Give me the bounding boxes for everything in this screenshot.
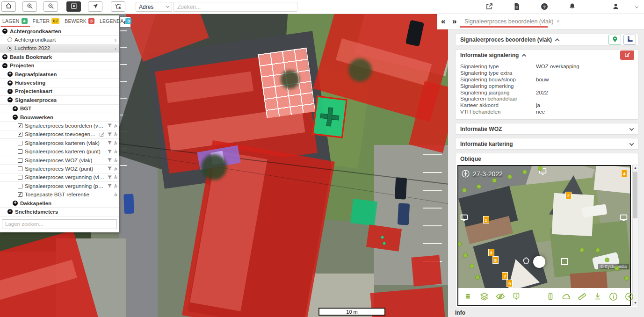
- panel-forward-button[interactable]: »: [452, 17, 456, 26]
- filter-icon[interactable]: [107, 175, 112, 180]
- label-tooltip-icon[interactable]: [512, 291, 521, 302]
- layer-edit-icon[interactable]: [99, 131, 105, 137]
- feature-overlay-red-shed[interactable]: [366, 224, 402, 251]
- polygon-select-button[interactable]: [111, 1, 125, 12]
- layer-item[interactable]: Signaleerproces karteren (vlak)i›: [0, 139, 119, 147]
- layer-item[interactable]: ✓Signaleerproces beoordelen (vlak)i›: [0, 122, 119, 130]
- oblique-numbered-marker[interactable]: 4: [621, 170, 627, 177]
- box-select-button[interactable]: [66, 1, 81, 12]
- layer-item[interactable]: +Snelheidsmeters: [0, 208, 119, 216]
- layer-item[interactable]: −Achtergrondkaarten: [0, 27, 119, 36]
- layer-item[interactable]: +BGT: [0, 105, 119, 113]
- filter-icon[interactable]: [107, 149, 112, 154]
- locate-button[interactable]: [88, 1, 102, 12]
- user-menu-chevron[interactable]: [632, 3, 641, 11]
- layer-search-input[interactable]: [2, 219, 117, 229]
- layer-item[interactable]: Signaleerproces karteren (punt)i›: [0, 147, 119, 156]
- signalering-section-header[interactable]: Informatie signalering: [456, 50, 638, 61]
- oblique-image[interactable]: 27-3-2022 © Cyclomedia 1235794: [458, 166, 630, 288]
- layer-item[interactable]: −Projecten: [0, 62, 119, 70]
- layer-item[interactable]: ✓Signaleerproces toevoegen (punt)i›: [0, 130, 119, 139]
- measure-feature-button[interactable]: [623, 35, 636, 45]
- oblique-point-marker[interactable]: [458, 242, 462, 246]
- filter-icon[interactable]: [107, 183, 112, 188]
- add-icon[interactable]: [624, 291, 634, 302]
- layer-item[interactable]: +Projectenkaart: [0, 87, 119, 96]
- oblique-numbered-marker[interactable]: 7: [502, 272, 508, 280]
- filter-icon[interactable]: [107, 123, 112, 128]
- layer-info-icon[interactable]: i›: [115, 140, 117, 146]
- oblique-numbered-marker[interactable]: 9: [507, 280, 513, 287]
- nav-square-control[interactable]: [561, 258, 568, 265]
- layer-info-icon[interactable]: i›: [115, 174, 117, 180]
- selected-feature-overlay[interactable]: [312, 95, 347, 138]
- search-type-select[interactable]: Adres: [136, 2, 172, 12]
- collapse-icon[interactable]: −: [2, 29, 7, 34]
- checkbox-icon[interactable]: [18, 149, 22, 154]
- hide-markers-icon[interactable]: [495, 291, 506, 302]
- filter-icon[interactable]: [107, 158, 112, 163]
- oblique-numbered-marker[interactable]: 3: [488, 249, 494, 256]
- oblique-viewer[interactable]: 27-3-2022 © Cyclomedia 1235794: [457, 165, 631, 306]
- collapse-icon[interactable]: −: [7, 97, 13, 102]
- expand-icon[interactable]: +: [7, 80, 13, 86]
- checkbox-icon[interactable]: ✓: [18, 123, 22, 128]
- scroll-up-arrow[interactable]: ▲: [633, 165, 638, 171]
- nav-circle-control[interactable]: [533, 256, 545, 268]
- chevron-right-icon[interactable]: ›: [115, 36, 116, 43]
- oblique-numbered-marker[interactable]: 2: [565, 192, 572, 199]
- feature-overlay-teal[interactable]: [350, 199, 377, 226]
- oblique-point-marker[interactable]: [462, 188, 467, 193]
- layer-info-icon[interactable]: i›: [115, 149, 117, 154]
- layer-item[interactable]: Signaleerproces vergunning (vlak)i›: [0, 173, 119, 182]
- tab-filter[interactable]: FILTER67: [33, 18, 60, 24]
- feature-header[interactable]: Signaleerproces beoordelen (vlak): [456, 34, 638, 45]
- nav-pentagon-icon[interactable]: [522, 257, 530, 267]
- checkbox-icon[interactable]: ✓: [18, 132, 22, 137]
- search-input[interactable]: [173, 2, 297, 12]
- notifications-button[interactable]: [568, 3, 576, 11]
- layer-item[interactable]: Achtergrondkaart›: [0, 36, 119, 44]
- checkbox-icon[interactable]: [18, 184, 22, 188]
- oblique-point-marker[interactable]: [475, 275, 480, 280]
- layer-info-icon[interactable]: i›: [115, 158, 117, 163]
- collapse-icon[interactable]: −: [2, 63, 7, 68]
- checkbox-icon[interactable]: [18, 141, 22, 145]
- view-direction-icon[interactable]: [460, 214, 468, 223]
- panel-scrollbar[interactable]: ▲ ▼: [632, 165, 638, 306]
- feature-overlay-red-bottomright2[interactable]: [411, 255, 441, 287]
- map-point-marker[interactable]: [383, 242, 386, 245]
- info-section-header[interactable]: Info: [448, 307, 644, 317]
- view-direction-icon[interactable]: [620, 214, 628, 223]
- result-tab[interactable]: Signaleerproces beoordelen (vlak)×: [464, 18, 560, 25]
- layer-info-icon[interactable]: i›: [115, 183, 117, 189]
- filter-icon[interactable]: [107, 166, 112, 171]
- zoom-out-button[interactable]: [43, 1, 58, 12]
- checkbox-icon[interactable]: ✓: [18, 192, 22, 197]
- oblique-numbered-marker[interactable]: 5: [492, 256, 499, 264]
- layer-info-icon[interactable]: i›: [115, 166, 117, 172]
- map-point-marker[interactable]: [381, 236, 384, 239]
- tab-bewerk[interactable]: BEWERK3: [65, 18, 94, 24]
- zoom-to-feature-button[interactable]: [608, 35, 621, 45]
- zoom-in-button[interactable]: [22, 1, 37, 12]
- oblique-numbered-marker[interactable]: 1: [483, 216, 489, 223]
- filter-icon[interactable]: [107, 140, 112, 145]
- info-icon[interactable]: [608, 291, 618, 302]
- layer-info-icon[interactable]: i›: [115, 131, 117, 137]
- layer-item[interactable]: +Basis Bookmark: [0, 53, 119, 61]
- edit-signalering-button[interactable]: [620, 50, 634, 60]
- layer-item[interactable]: Signaleerproces vergunning (punt)i›: [0, 182, 119, 190]
- expand-icon[interactable]: +: [7, 209, 13, 214]
- cloud-icon[interactable]: [561, 291, 571, 302]
- oblique-point-marker[interactable]: [522, 170, 527, 174]
- layer-item[interactable]: Signaleerproces WOZ (vlak)i›: [0, 156, 119, 165]
- oblique-section-header[interactable]: Oblique: [456, 153, 638, 165]
- expand-icon[interactable]: +: [13, 201, 18, 206]
- layer-item[interactable]: −Bouwwerken: [0, 113, 119, 122]
- layer-item[interactable]: +Dakkapellen: [0, 199, 119, 208]
- checkbox-icon[interactable]: [18, 175, 22, 180]
- open-external-button[interactable]: [485, 3, 493, 11]
- user-button[interactable]: [611, 3, 620, 11]
- oblique-point-marker[interactable]: [470, 264, 474, 268]
